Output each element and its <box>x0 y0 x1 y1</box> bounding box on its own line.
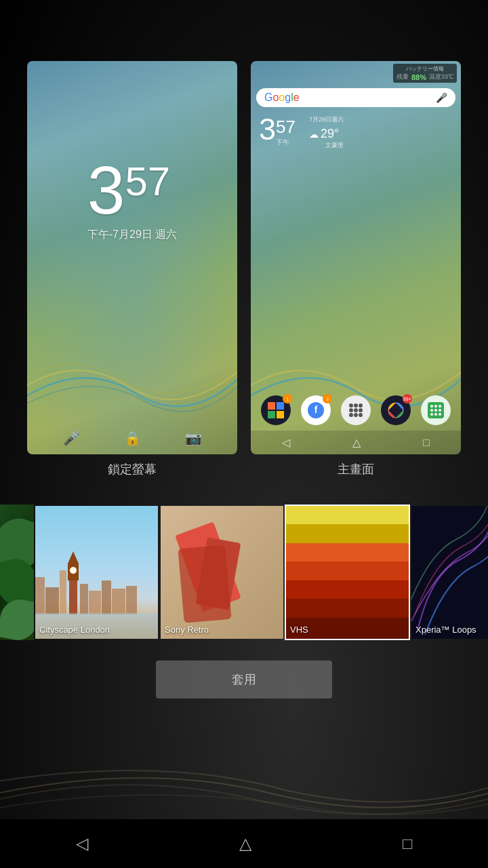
home-nav-bar: ◁ △ □ <box>251 431 461 454</box>
apply-btn-area: 套用 <box>0 660 488 698</box>
app-icon-5[interactable] <box>421 395 451 425</box>
svg-point-26 <box>439 413 441 416</box>
leaf-3 <box>0 597 34 640</box>
cityscape-label: Cityscape London <box>39 625 110 635</box>
badge-2: 2 <box>323 394 332 403</box>
home-date: 7月29日週六 <box>309 115 344 124</box>
theme-item-vhs[interactable]: VHS <box>285 505 410 640</box>
building-3 <box>60 570 66 614</box>
preview-area: 3 57 下午-7月29日 週六 🎤 🔒 📷 <box>0 61 488 454</box>
svg-point-10 <box>354 408 358 412</box>
building-1 <box>35 577 45 614</box>
svg-point-6 <box>349 403 353 408</box>
home-time-area: 3 57 下午 7月29日週六 ☁ 29° 文 <box>251 110 461 154</box>
mic-icon[interactable]: 🎤 <box>63 430 80 446</box>
app-icon-wrapper-2: f 2 <box>301 395 331 425</box>
preview-labels: 鎖定螢幕 主畫面 <box>0 461 488 477</box>
home-date-weather: 7月29日週六 ☁ 29° 文廉里 <box>309 115 344 150</box>
home-screen-preview[interactable]: バッテリー情報 残量 88% 温度33℃ Google 🎤 <box>251 61 461 454</box>
nav-back-button[interactable]: ◁ <box>76 834 88 853</box>
google-logo: Google <box>264 92 300 104</box>
vhs-label: VHS <box>290 625 308 635</box>
app-icon-wrapper-1: 1 <box>261 395 291 425</box>
svg-point-9 <box>349 408 353 412</box>
home-ampm: 下午 <box>276 138 296 147</box>
home-time-rest: 57 下午 <box>276 117 296 147</box>
svg-point-8 <box>359 403 363 408</box>
buildings-row <box>35 551 158 614</box>
battery-label: バッテリー情報 <box>406 65 444 73</box>
home-icons-row: 1 f 2 <box>251 393 461 428</box>
theme-item-xperia-loops[interactable]: Xperia™ Loops <box>410 505 488 640</box>
home-time: 3 57 下午 <box>259 114 296 147</box>
themes-row: Cityscape London Sony Retro VHS <box>0 505 488 640</box>
svg-point-24 <box>430 413 433 416</box>
home-weather: ☁ 29° 文廉里 <box>309 127 344 150</box>
lock-min: 57 <box>125 161 170 202</box>
svg-point-22 <box>434 409 437 412</box>
svg-point-25 <box>434 413 437 416</box>
lock-screen-bg: 3 57 下午-7月29日 週六 🎤 🔒 📷 <box>27 61 237 454</box>
camera-icon[interactable]: 📷 <box>185 430 202 446</box>
app-icon-wrapper-4: 99+ <box>381 395 411 425</box>
svg-rect-0 <box>268 402 275 410</box>
home-min: 57 <box>276 117 296 138</box>
main-content: 3 57 下午-7月29日 週六 🎤 🔒 📷 <box>0 0 488 868</box>
svg-point-19 <box>434 405 437 408</box>
building-4 <box>80 584 88 614</box>
building-5 <box>89 591 101 614</box>
tower-body <box>69 580 77 614</box>
theme-item-sony-retro[interactable]: Sony Retro <box>159 505 285 640</box>
vhs-stripe-6 <box>286 599 409 617</box>
battery-remaining: 残量 <box>396 73 409 81</box>
theme-xperia-bg <box>411 506 488 639</box>
lock-screen-preview[interactable]: 3 57 下午-7月29日 週六 🎤 🔒 📷 <box>27 61 237 454</box>
lock-time: 3 57 下午-7月29日 週六 <box>87 156 177 242</box>
theme-retro-bg <box>161 506 283 639</box>
battery-info: バッテリー情報 残量 88% 温度33℃ <box>393 64 457 83</box>
big-ben <box>68 551 79 614</box>
battery-temp-label: 温度33℃ <box>429 73 453 81</box>
bottom-nav: ◁ △ □ <box>0 819 488 868</box>
badge-4: 99+ <box>403 394 412 403</box>
apply-button[interactable]: 套用 <box>156 660 332 698</box>
home-hour: 3 <box>259 114 276 144</box>
lock-icon[interactable]: 🔒 <box>124 430 141 446</box>
svg-point-12 <box>349 413 353 417</box>
lock-wave-svg <box>27 332 237 420</box>
lock-screen-label: 鎖定螢幕 <box>27 461 237 477</box>
theme-item-nature[interactable] <box>0 505 34 640</box>
home-top-bar: バッテリー情報 残量 88% 温度33℃ <box>251 61 461 85</box>
nav-recents-button[interactable]: □ <box>403 834 413 853</box>
xperia-loops-svg <box>411 506 488 639</box>
tower-top <box>68 564 79 580</box>
building-2 <box>45 587 59 614</box>
google-search-bar[interactable]: Google 🎤 <box>256 88 455 107</box>
vhs-stripe-4 <box>286 561 409 580</box>
vhs-stripe-5 <box>286 580 409 599</box>
home-home-icon[interactable]: △ <box>352 436 361 449</box>
google-mic-icon[interactable]: 🎤 <box>436 92 447 103</box>
svg-point-16 <box>392 407 399 414</box>
svg-rect-3 <box>277 411 284 418</box>
nav-home-button[interactable]: △ <box>239 834 251 853</box>
theme-vhs-bg <box>286 506 409 639</box>
home-weather-loc: 文廉里 <box>309 141 344 150</box>
building-7 <box>112 589 125 614</box>
home-back-icon[interactable]: ◁ <box>282 436 290 449</box>
theme-nature-bg <box>0 505 34 640</box>
home-weather-temp: ☁ 29° <box>309 127 344 141</box>
home-recents-icon[interactable]: □ <box>423 437 430 449</box>
theme-item-cityscape[interactable]: Cityscape London <box>34 505 159 640</box>
sony-retro-label: Sony Retro <box>165 625 209 635</box>
retro-brush-3 <box>178 545 231 623</box>
svg-rect-1 <box>277 402 284 410</box>
svg-point-7 <box>354 403 358 408</box>
building-6 <box>102 580 111 614</box>
theme-cityscape-bg <box>35 506 158 639</box>
vhs-stripe-2 <box>286 524 409 542</box>
app-icon-3[interactable] <box>341 395 371 425</box>
lock-bottom-icons: 🎤 🔒 📷 <box>27 430 237 446</box>
building-8 <box>126 586 137 614</box>
svg-point-11 <box>359 408 363 412</box>
